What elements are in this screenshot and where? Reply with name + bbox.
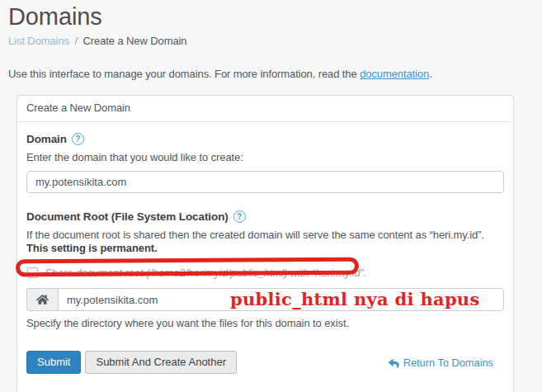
help-icon[interactable]: ? [72,133,84,145]
domains-page: Domains List Domains / Create a New Doma… [0,0,542,392]
intro-text: Use this interface to manage your domain… [8,67,542,81]
domain-field-label-row: Domain ? [26,132,504,146]
domain-field-description: Enter the domain that you would like to … [26,151,504,164]
panel-body: Domain ? Enter the domain that you would… [17,122,513,392]
submit-and-create-another-button[interactable]: Submit And Create Another [85,351,237,374]
breadcrumb-list-domains-link[interactable]: List Domains [8,35,69,47]
docroot-permanent-note: If the document root is shared then the … [26,229,503,254]
page-title: Domains [8,0,542,31]
docroot-field-label: Document Root (File System Location) [26,210,229,224]
return-to-domains-link[interactable]: Return To Domains [389,357,493,369]
share-docroot-label: Share document root (/home2/herimyid/pub… [45,267,366,279]
domain-field-label: Domain [26,132,67,146]
docroot-input[interactable] [58,288,504,311]
domain-input[interactable] [26,171,504,193]
actions-row: Submit Submit And Create Another Return … [26,351,504,374]
create-domain-panel: Create a New Domain Domain ? Enter the d… [16,95,514,392]
share-docroot-row: Share document root (/home2/herimyid/pub… [27,265,504,280]
docroot-help-text: Specify the directory where you want the… [26,317,504,330]
breadcrumb: List Domains / Create a New Domain [8,34,542,48]
reply-icon [389,357,399,368]
share-docroot-checkbox[interactable] [27,267,38,278]
intro-before: Use this interface to manage your domain… [8,68,360,80]
breadcrumb-current: Create a New Domain [82,35,186,47]
docroot-input-group: public_html nya di hapus [26,288,504,311]
docroot-field-label-row: Document Root (File System Location) ? [26,210,504,224]
documentation-link[interactable]: documentation [360,68,429,80]
intro-after: . [429,68,432,80]
home-icon [26,288,58,311]
panel-header: Create a New Domain [17,96,513,122]
breadcrumb-separator: / [74,35,78,47]
help-icon[interactable]: ? [233,210,246,223]
docroot-note-bold: This setting is permanent. [26,242,158,254]
document-root-section: Document Root (File System Location) ? I… [26,210,504,330]
docroot-note-normal: If the document root is shared then the … [26,229,484,241]
submit-button[interactable]: Submit [26,351,81,374]
return-link-label: Return To Domains [403,357,493,369]
